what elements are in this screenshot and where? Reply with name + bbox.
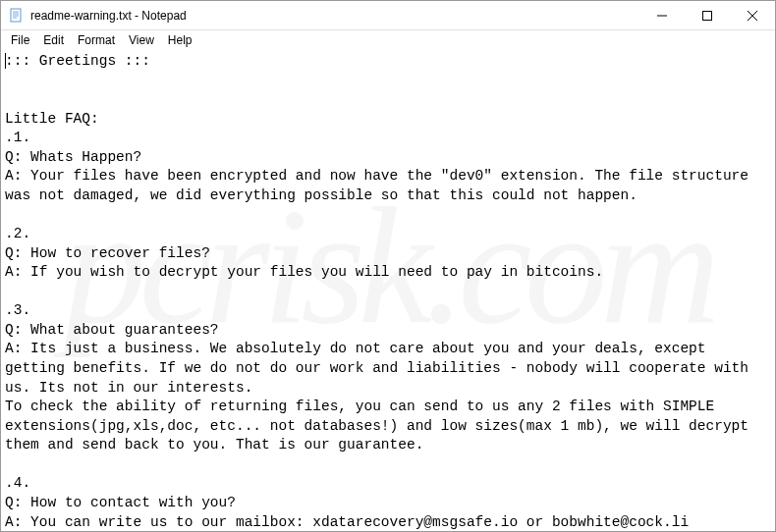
notepad-icon: [9, 8, 25, 24]
svg-rect-6: [703, 11, 712, 20]
window-title: readme-warning.txt - Notepad: [30, 9, 639, 23]
menu-help[interactable]: Help: [162, 32, 198, 48]
menu-view[interactable]: View: [123, 32, 160, 48]
menu-edit[interactable]: Edit: [37, 32, 70, 48]
notepad-window: readme-warning.txt - Notepad File Edit F…: [0, 0, 776, 532]
close-button[interactable]: [730, 1, 775, 29]
maximize-button[interactable]: [685, 1, 730, 29]
minimize-button[interactable]: [639, 1, 685, 29]
titlebar[interactable]: readme-warning.txt - Notepad: [1, 1, 775, 30]
svg-rect-0: [11, 9, 21, 22]
window-controls: [639, 1, 775, 29]
text-area[interactable]: ::: Greetings ::: Little FAQ: .1. Q: Wha…: [1, 50, 775, 531]
menubar: File Edit Format View Help: [1, 30, 775, 50]
text-cursor: [5, 53, 6, 69]
menu-format[interactable]: Format: [72, 32, 121, 48]
menu-file[interactable]: File: [5, 32, 35, 48]
